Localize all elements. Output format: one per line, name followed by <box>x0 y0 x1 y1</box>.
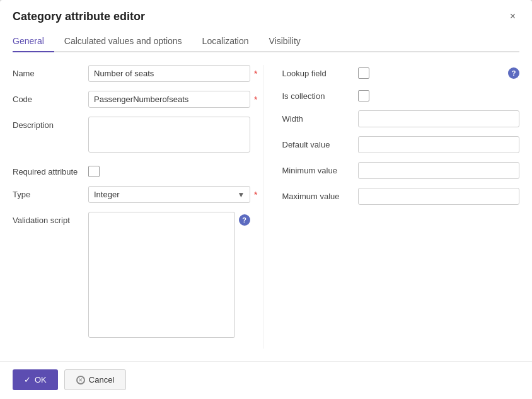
width-label: Width <box>282 110 358 124</box>
lookup-field-label: Lookup field <box>282 65 358 78</box>
lookup-field-field <box>358 65 520 79</box>
type-row: Type Integer String Boolean Float Date ▼… <box>13 186 250 203</box>
tab-localization[interactable]: Localization <box>192 31 259 52</box>
width-field <box>358 110 520 127</box>
right-column: ? Lookup field Is collection Width <box>263 65 520 349</box>
type-select-wrapper: Integer String Boolean Float Date ▼ <box>88 186 250 203</box>
dialog: Category attribute editor × General Calc… <box>0 0 532 399</box>
minimum-value-label: Minimum value <box>282 162 358 175</box>
maximum-value-row: Maximum value <box>282 188 520 205</box>
code-required-star: * <box>254 95 257 105</box>
type-required-star: * <box>254 190 257 200</box>
ok-check-icon: ✓ <box>24 375 31 385</box>
name-row: Name * <box>13 65 250 82</box>
name-label: Name <box>13 65 88 78</box>
is-collection-row: Is collection <box>282 88 520 101</box>
left-column: Name * Code * Description <box>13 65 263 349</box>
default-value-field <box>358 136 520 153</box>
validation-script-label: Validation script <box>13 212 88 225</box>
required-attribute-row: Required attribute <box>13 163 250 177</box>
maximum-value-field <box>358 188 520 205</box>
name-required-star: * <box>254 69 257 79</box>
default-value-input[interactable] <box>358 136 520 153</box>
ok-button[interactable]: ✓ OK <box>13 369 58 390</box>
default-value-row: Default value <box>282 136 520 153</box>
maximum-value-input[interactable] <box>358 188 520 205</box>
dialog-title: Category attribute editor <box>13 10 145 23</box>
is-collection-field <box>358 88 520 101</box>
ok-label: OK <box>35 375 47 385</box>
width-input[interactable] <box>358 110 520 127</box>
close-button[interactable]: × <box>506 10 519 23</box>
validation-script-field <box>88 212 235 340</box>
minimum-value-row: Minimum value <box>282 162 520 179</box>
cancel-label: Cancel <box>89 375 114 385</box>
type-select[interactable]: Integer String Boolean Float Date <box>88 186 250 203</box>
form-body: Name * Code * Description <box>0 52 532 355</box>
tab-visibility[interactable]: Visibility <box>259 31 311 52</box>
type-field: Integer String Boolean Float Date ▼ * <box>88 186 250 203</box>
tab-calculated[interactable]: Calculated values and options <box>54 31 192 52</box>
code-field: * <box>88 91 250 108</box>
code-row: Code * <box>13 91 250 108</box>
dialog-footer: ✓ OK ✕ Cancel <box>0 361 532 398</box>
validation-script-help-icon[interactable]: ? <box>239 214 250 226</box>
default-value-label: Default value <box>282 136 358 149</box>
required-attribute-checkbox[interactable] <box>88 166 100 177</box>
lookup-field-row: Lookup field <box>282 65 520 79</box>
description-field <box>88 117 250 154</box>
required-attribute-label: Required attribute <box>13 163 88 176</box>
description-label: Description <box>13 117 88 130</box>
type-label: Type <box>13 186 88 199</box>
tabs-bar: General Calculated values and options Lo… <box>13 31 519 52</box>
description-input[interactable] <box>88 117 250 153</box>
width-row: Width <box>282 110 520 127</box>
is-collection-label: Is collection <box>282 88 358 101</box>
code-input[interactable] <box>88 91 250 108</box>
tab-general[interactable]: General <box>13 31 54 52</box>
lookup-field-checkbox[interactable] <box>358 67 369 79</box>
minimum-value-field <box>358 162 520 179</box>
name-input[interactable] <box>88 65 250 82</box>
cancel-button[interactable]: ✕ Cancel <box>64 369 126 390</box>
required-attribute-field <box>88 163 250 177</box>
cancel-circle-icon: ✕ <box>76 376 85 385</box>
dialog-header: Category attribute editor × <box>0 0 532 23</box>
validation-script-row: Validation script ? <box>13 212 250 340</box>
validation-script-input[interactable] <box>88 212 235 338</box>
minimum-value-input[interactable] <box>358 162 520 179</box>
name-field: * <box>88 65 250 82</box>
code-label: Code <box>13 91 88 104</box>
maximum-value-label: Maximum value <box>282 188 358 201</box>
description-row: Description <box>13 117 250 154</box>
is-collection-checkbox[interactable] <box>358 90 369 101</box>
